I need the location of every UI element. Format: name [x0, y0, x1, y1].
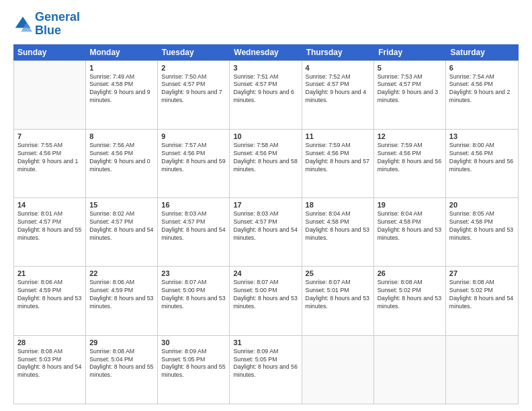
cell-info: Sunrise: 7:50 AMSunset: 4:57 PMDaylight:…: [161, 73, 226, 105]
cal-cell: 18Sunrise: 8:04 AMSunset: 4:58 PMDayligh…: [302, 198, 374, 266]
day-number: 25: [306, 269, 370, 277]
cal-cell: 19Sunrise: 8:04 AMSunset: 4:58 PMDayligh…: [374, 198, 446, 266]
calendar: SundayMondayTuesdayWednesdayThursdayFrid…: [13, 44, 519, 404]
cell-info: Sunrise: 8:04 AMSunset: 4:58 PMDaylight:…: [306, 210, 370, 242]
day-number: 18: [306, 201, 370, 209]
cal-cell: 31Sunrise: 8:09 AMSunset: 5:05 PMDayligh…: [230, 336, 302, 404]
cell-info: Sunrise: 8:03 AMSunset: 4:57 PMDaylight:…: [233, 210, 298, 242]
cell-info: Sunrise: 8:00 AMSunset: 4:56 PMDaylight:…: [449, 142, 515, 174]
cal-cell: 6Sunrise: 7:54 AMSunset: 4:56 PMDaylight…: [446, 61, 518, 129]
cell-info: Sunrise: 8:08 AMSunset: 5:04 PMDaylight:…: [89, 348, 154, 380]
cell-info: Sunrise: 8:01 AMSunset: 4:57 PMDaylight:…: [17, 210, 82, 242]
cal-cell: 11Sunrise: 7:59 AMSunset: 4:56 PMDayligh…: [302, 130, 374, 197]
cell-info: Sunrise: 7:51 AMSunset: 4:57 PMDaylight:…: [233, 73, 298, 105]
cell-info: Sunrise: 7:49 AMSunset: 4:58 PMDaylight:…: [89, 73, 154, 105]
cal-cell: 4Sunrise: 7:52 AMSunset: 4:57 PMDaylight…: [302, 61, 374, 129]
week-row-3: 14Sunrise: 8:01 AMSunset: 4:57 PMDayligh…: [14, 197, 518, 266]
day-header-thursday: Thursday: [302, 44, 374, 60]
cell-info: Sunrise: 8:09 AMSunset: 5:05 PMDaylight:…: [233, 348, 298, 380]
cal-cell: 20Sunrise: 8:05 AMSunset: 4:58 PMDayligh…: [446, 198, 518, 266]
day-number: 27: [449, 269, 515, 277]
cell-info: Sunrise: 8:04 AMSunset: 4:58 PMDaylight:…: [378, 210, 442, 242]
cell-info: Sunrise: 8:06 AMSunset: 4:59 PMDaylight:…: [89, 279, 154, 311]
cal-cell: 1Sunrise: 7:49 AMSunset: 4:58 PMDaylight…: [86, 61, 158, 129]
cal-cell: 29Sunrise: 8:08 AMSunset: 5:04 PMDayligh…: [86, 336, 158, 404]
cell-info: Sunrise: 7:58 AMSunset: 4:56 PMDaylight:…: [233, 142, 298, 174]
day-number: 16: [161, 201, 226, 209]
day-number: 20: [449, 201, 515, 209]
day-header-wednesday: Wednesday: [230, 44, 302, 60]
cell-info: Sunrise: 8:08 AMSunset: 5:03 PMDaylight:…: [17, 348, 82, 380]
day-number: 23: [161, 269, 226, 277]
day-number: 22: [89, 269, 154, 277]
logo-text: General Blue: [35, 11, 80, 38]
cal-cell: 5Sunrise: 7:53 AMSunset: 4:57 PMDaylight…: [374, 61, 446, 129]
week-row-2: 7Sunrise: 7:55 AMSunset: 4:56 PMDaylight…: [14, 129, 518, 197]
cal-cell: 9Sunrise: 7:57 AMSunset: 4:56 PMDaylight…: [158, 130, 230, 197]
cal-cell: 26Sunrise: 8:08 AMSunset: 5:02 PMDayligh…: [374, 267, 446, 334]
cal-cell: 14Sunrise: 8:01 AMSunset: 4:57 PMDayligh…: [14, 198, 86, 266]
cell-info: Sunrise: 7:54 AMSunset: 4:56 PMDaylight:…: [449, 73, 515, 105]
cal-cell: 12Sunrise: 7:59 AMSunset: 4:56 PMDayligh…: [374, 130, 446, 197]
day-number: 3: [233, 64, 298, 72]
cell-info: Sunrise: 8:05 AMSunset: 4:58 PMDaylight:…: [449, 210, 515, 242]
cell-info: Sunrise: 7:57 AMSunset: 4:56 PMDaylight:…: [161, 142, 226, 174]
week-row-4: 21Sunrise: 8:06 AMSunset: 4:59 PMDayligh…: [14, 266, 518, 334]
day-number: 10: [233, 132, 298, 140]
day-number: 9: [161, 132, 226, 140]
cal-cell: [302, 336, 374, 404]
cal-cell: 28Sunrise: 8:08 AMSunset: 5:03 PMDayligh…: [14, 336, 86, 404]
day-number: 13: [449, 132, 515, 140]
header: General Blue: [13, 11, 519, 38]
cal-cell: 13Sunrise: 8:00 AMSunset: 4:56 PMDayligh…: [446, 130, 518, 197]
day-header-friday: Friday: [374, 44, 446, 60]
cal-cell: 21Sunrise: 8:06 AMSunset: 4:59 PMDayligh…: [14, 267, 86, 334]
day-number: 5: [378, 64, 442, 72]
cal-cell: 7Sunrise: 7:55 AMSunset: 4:56 PMDaylight…: [14, 130, 86, 197]
cal-cell: 30Sunrise: 8:09 AMSunset: 5:05 PMDayligh…: [158, 336, 230, 404]
day-number: 7: [17, 132, 82, 140]
cal-cell: 17Sunrise: 8:03 AMSunset: 4:57 PMDayligh…: [230, 198, 302, 266]
cell-info: Sunrise: 8:08 AMSunset: 5:02 PMDaylight:…: [449, 279, 515, 311]
cal-cell: 24Sunrise: 8:07 AMSunset: 5:00 PMDayligh…: [230, 267, 302, 334]
day-number: 11: [306, 132, 370, 140]
day-number: 30: [161, 338, 226, 347]
cal-cell: 25Sunrise: 8:07 AMSunset: 5:01 PMDayligh…: [302, 267, 374, 334]
day-number: 6: [449, 64, 515, 72]
cal-cell: 10Sunrise: 7:58 AMSunset: 4:56 PMDayligh…: [230, 130, 302, 197]
cell-info: Sunrise: 7:56 AMSunset: 4:56 PMDaylight:…: [89, 142, 154, 174]
cell-info: Sunrise: 8:08 AMSunset: 5:02 PMDaylight:…: [378, 279, 442, 311]
cell-info: Sunrise: 8:06 AMSunset: 4:59 PMDaylight:…: [17, 279, 82, 311]
day-header-sunday: Sunday: [13, 44, 85, 60]
day-number: 2: [161, 64, 226, 72]
day-number: 19: [378, 201, 442, 209]
cell-info: Sunrise: 7:53 AMSunset: 4:57 PMDaylight:…: [378, 73, 442, 105]
day-number: 8: [89, 132, 154, 140]
day-number: 12: [378, 132, 442, 140]
day-number: 28: [17, 338, 82, 347]
cell-info: Sunrise: 7:55 AMSunset: 4:56 PMDaylight:…: [17, 142, 82, 174]
week-row-5: 28Sunrise: 8:08 AMSunset: 5:03 PMDayligh…: [14, 335, 518, 404]
day-number: 17: [233, 201, 298, 209]
logo: General Blue: [13, 11, 80, 38]
day-number: 15: [89, 201, 154, 209]
cal-cell: [14, 61, 86, 129]
cal-cell: 15Sunrise: 8:02 AMSunset: 4:57 PMDayligh…: [86, 198, 158, 266]
cal-cell: 23Sunrise: 8:07 AMSunset: 5:00 PMDayligh…: [158, 267, 230, 334]
calendar-header: SundayMondayTuesdayWednesdayThursdayFrid…: [13, 44, 519, 60]
cal-cell: 8Sunrise: 7:56 AMSunset: 4:56 PMDaylight…: [86, 130, 158, 197]
day-header-monday: Monday: [85, 44, 157, 60]
cell-info: Sunrise: 8:09 AMSunset: 5:05 PMDaylight:…: [161, 348, 226, 380]
cell-info: Sunrise: 8:07 AMSunset: 5:00 PMDaylight:…: [233, 279, 298, 311]
day-number: 31: [233, 338, 298, 347]
day-number: 29: [89, 338, 154, 347]
cell-info: Sunrise: 8:07 AMSunset: 5:01 PMDaylight:…: [306, 279, 370, 311]
day-header-tuesday: Tuesday: [158, 44, 230, 60]
calendar-body: 1Sunrise: 7:49 AMSunset: 4:58 PMDaylight…: [13, 60, 519, 404]
cell-info: Sunrise: 7:59 AMSunset: 4:56 PMDaylight:…: [378, 142, 442, 174]
page: General Blue SundayMondayTuesdayWednesda…: [0, 0, 532, 411]
cell-info: Sunrise: 7:59 AMSunset: 4:56 PMDaylight:…: [306, 142, 370, 174]
day-header-saturday: Saturday: [447, 44, 519, 60]
cell-info: Sunrise: 8:07 AMSunset: 5:00 PMDaylight:…: [161, 279, 226, 311]
day-number: 24: [233, 269, 298, 277]
